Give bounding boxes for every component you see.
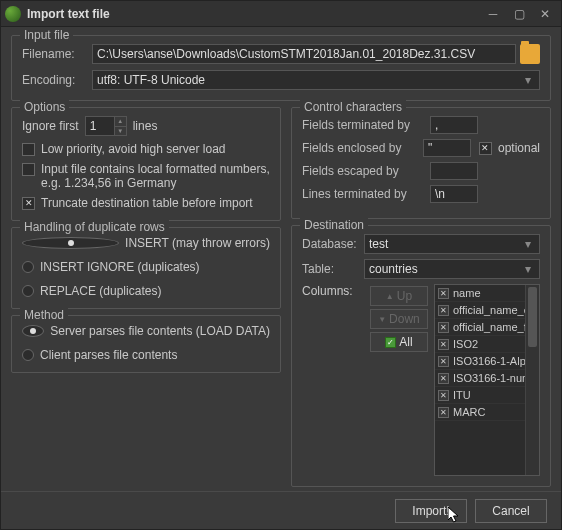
encoding-select[interactable]: utf8: UTF-8 Unicode ▾: [92, 70, 540, 90]
dup-insert-ignore-radio[interactable]: INSERT IGNORE (duplicates): [22, 260, 270, 274]
column-name: ISO3166-1-numeric: [453, 372, 536, 384]
checkbox-icon: [438, 288, 449, 299]
dup-insert-radio[interactable]: INSERT (may throw errors): [22, 236, 270, 250]
cancel-button[interactable]: Cancel: [475, 499, 547, 523]
database-label: Database:: [302, 237, 364, 251]
method-server-radio[interactable]: Server parses file contents (LOAD DATA): [22, 324, 270, 338]
optional-checkbox[interactable]: optional: [475, 141, 540, 155]
fields-escaped-input[interactable]: [430, 162, 478, 180]
truncate-checkbox[interactable]: Truncate destination table before import: [22, 196, 270, 210]
destination-group: Destination Database: test ▾ Table: coun…: [291, 225, 551, 487]
fields-terminated-input[interactable]: [430, 116, 478, 134]
checkbox-icon: [438, 322, 449, 333]
close-button[interactable]: ✕: [533, 5, 557, 23]
radio-icon: [22, 261, 34, 273]
move-up-button[interactable]: ▲Up: [370, 286, 428, 306]
ignore-first-label-b: lines: [133, 119, 158, 133]
checkbox-icon: [22, 163, 35, 176]
options-legend: Options: [20, 100, 69, 114]
columns-list[interactable]: nameofficial_name_enofficial_name_frISO2…: [434, 284, 540, 476]
column-name: ISO2: [453, 338, 536, 350]
fields-escaped-label: Fields escaped by: [302, 164, 430, 178]
method-legend: Method: [20, 308, 68, 322]
chevron-down-icon: ▾: [521, 262, 535, 276]
column-item[interactable]: ISO2: [435, 336, 539, 353]
column-item[interactable]: ISO3166-1-Alpha-3: [435, 353, 539, 370]
column-name: official_name_en: [453, 304, 536, 316]
triangle-up-icon: ▲: [386, 292, 394, 301]
checkbox-icon: [438, 356, 449, 367]
checkbox-icon: [22, 197, 35, 210]
import-button[interactable]: Import!: [395, 499, 467, 523]
checkbox-icon: [438, 339, 449, 350]
radio-icon: [22, 285, 34, 297]
checkbox-icon: [22, 143, 35, 156]
filename-input[interactable]: [92, 44, 516, 64]
low-priority-checkbox[interactable]: Low priority, avoid high server load: [22, 142, 270, 156]
column-item[interactable]: name: [435, 285, 539, 302]
title-bar: Import text file ─ ▢ ✕: [1, 1, 561, 27]
chevron-down-icon: ▾: [521, 73, 535, 87]
check-icon: [385, 337, 396, 348]
column-item[interactable]: ITU: [435, 387, 539, 404]
column-item[interactable]: official_name_en: [435, 302, 539, 319]
input-file-legend: Input file: [20, 28, 73, 42]
filename-label: Filename:: [22, 47, 92, 61]
dup-replace-radio[interactable]: REPLACE (duplicates): [22, 284, 270, 298]
table-value: countries: [369, 262, 418, 276]
options-group: Options Ignore first ▲▼ lines Low priori…: [11, 107, 281, 221]
radio-icon: [22, 237, 119, 249]
import-dialog: Import text file ─ ▢ ✕ Input file Filena…: [0, 0, 562, 530]
fields-terminated-label: Fields terminated by: [302, 118, 430, 132]
browse-folder-icon[interactable]: [520, 44, 540, 64]
database-value: test: [369, 237, 388, 251]
duplicate-rows-group: Handling of duplicate rows INSERT (may t…: [11, 227, 281, 309]
table-label: Table:: [302, 262, 364, 276]
encoding-value: utf8: UTF-8 Unicode: [97, 73, 205, 87]
table-select[interactable]: countries ▾: [364, 259, 540, 279]
database-select[interactable]: test ▾: [364, 234, 540, 254]
checkbox-icon: [479, 142, 492, 155]
control-chars-group: Control characters Fields terminated by …: [291, 107, 551, 219]
checkbox-icon: [438, 305, 449, 316]
app-icon: [5, 6, 21, 22]
ignore-first-input[interactable]: [85, 116, 115, 136]
minimize-button[interactable]: ─: [481, 5, 505, 23]
column-name: MARC: [453, 406, 536, 418]
column-name: name: [453, 287, 536, 299]
chevron-down-icon: ▾: [521, 237, 535, 251]
fields-enclosed-label: Fields enclosed by: [302, 141, 423, 155]
columns-label: Columns:: [302, 284, 364, 476]
column-item[interactable]: MARC: [435, 404, 539, 421]
fields-enclosed-input[interactable]: [423, 139, 471, 157]
encoding-label: Encoding:: [22, 73, 92, 87]
destination-legend: Destination: [300, 218, 368, 232]
scrollbar[interactable]: [525, 285, 539, 475]
checkbox-icon: [438, 407, 449, 418]
duplicate-legend: Handling of duplicate rows: [20, 220, 169, 234]
move-down-button[interactable]: ▼Down: [370, 309, 428, 329]
column-name: official_name_fr: [453, 321, 536, 333]
column-name: ITU: [453, 389, 536, 401]
maximize-button[interactable]: ▢: [507, 5, 531, 23]
ignore-first-spinner[interactable]: ▲▼: [115, 116, 127, 136]
method-group: Method Server parses file contents (LOAD…: [11, 315, 281, 373]
method-client-radio[interactable]: Client parses file contents: [22, 348, 270, 362]
control-legend: Control characters: [300, 100, 406, 114]
triangle-down-icon: ▼: [378, 315, 386, 324]
column-item[interactable]: official_name_fr: [435, 319, 539, 336]
lines-terminated-label: Lines terminated by: [302, 187, 430, 201]
checkbox-icon: [438, 390, 449, 401]
column-name: ISO3166-1-Alpha-3: [453, 355, 536, 367]
column-item[interactable]: ISO3166-1-numeric: [435, 370, 539, 387]
lines-terminated-input[interactable]: [430, 185, 478, 203]
local-numbers-checkbox[interactable]: Input file contains local formatted numb…: [22, 162, 270, 190]
input-file-group: Input file Filename: Encoding: utf8: UTF…: [11, 35, 551, 101]
radio-icon: [22, 349, 34, 361]
ignore-first-label-a: Ignore first: [22, 119, 79, 133]
select-all-button[interactable]: All: [370, 332, 428, 352]
checkbox-icon: [438, 373, 449, 384]
window-title: Import text file: [27, 7, 479, 21]
radio-icon: [22, 325, 44, 337]
footer: Import! Cancel: [1, 491, 561, 529]
